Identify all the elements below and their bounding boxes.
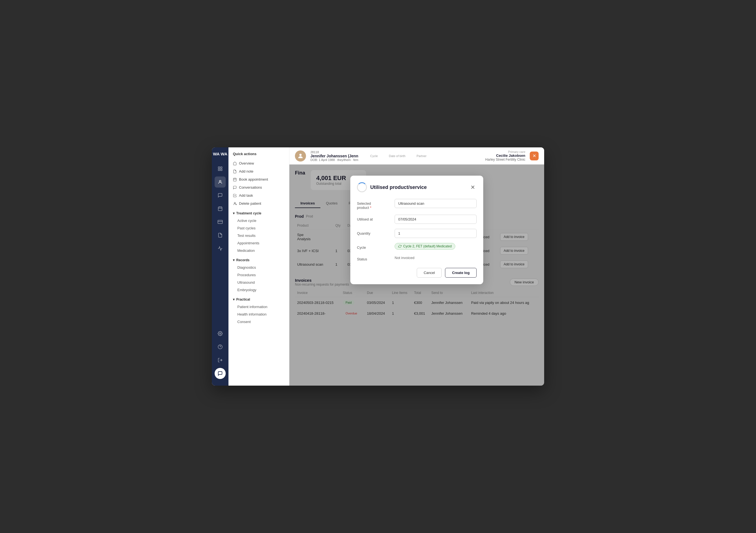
primary-care-clinic: Harley Street Fertility Clinic xyxy=(485,158,525,161)
close-patient-button[interactable]: ✕ xyxy=(530,152,539,160)
treatment-cycle-section: ▾ Treatment cycle Active cycle Past cycl… xyxy=(229,210,289,254)
sidebar-health-info[interactable]: Health information xyxy=(229,311,289,318)
primary-care-name: Cecilie Jakobsen xyxy=(485,154,525,158)
treatment-cycle-header[interactable]: ▾ Treatment cycle xyxy=(229,210,289,217)
svg-point-19 xyxy=(234,202,236,204)
practical-section: ▾ Practical Patient information Health i… xyxy=(229,296,289,325)
dob-col-label: Date of birth xyxy=(389,154,405,158)
practical-title: Practical xyxy=(236,297,250,301)
svg-point-22 xyxy=(299,154,302,156)
sidebar-patient-info[interactable]: Patient information xyxy=(229,303,289,311)
cycle-col-label: Cycle xyxy=(370,154,378,158)
patient-id: 28118 xyxy=(310,151,366,154)
svg-rect-2 xyxy=(218,169,220,170)
quantity-label: Quantity xyxy=(357,229,390,236)
patients-nav-icon[interactable] xyxy=(215,177,226,187)
delete-patient-label: Delete patient xyxy=(239,201,261,206)
overview-label: Overview xyxy=(239,161,254,165)
sidebar-medication[interactable]: Medication xyxy=(229,247,289,254)
loading-spinner-icon xyxy=(357,182,367,192)
modal-header: Utilised product/service ✕ xyxy=(357,182,476,192)
records-header[interactable]: ▾ Records xyxy=(229,257,289,264)
utilised-product-modal: Utilised product/service ✕ Selectedprodu… xyxy=(350,176,483,284)
sidebar-item-conversations[interactable]: Conversations xyxy=(229,183,289,191)
utilised-at-input[interactable] xyxy=(394,215,476,224)
sidebar: Quick actions Overview Add note Book app… xyxy=(229,147,289,386)
settings-nav-icon[interactable] xyxy=(215,328,226,339)
quick-actions-heading: Quick actions xyxy=(229,152,289,159)
conversations-label: Conversations xyxy=(239,185,262,189)
header-col-cycle: Cycle xyxy=(370,154,378,158)
cycle-icon xyxy=(398,245,401,248)
modal-overlay[interactable]: Utilised product/service ✕ Selectedprodu… xyxy=(289,165,544,386)
help-nav-icon[interactable] xyxy=(215,341,226,352)
modal-quantity-row: Quantity xyxy=(357,229,476,238)
status-label: Status xyxy=(357,255,390,261)
sidebar-consent[interactable]: Consent xyxy=(229,318,289,325)
chart-nav-icon[interactable] xyxy=(215,243,226,254)
selected-product-input[interactable] xyxy=(394,199,476,208)
cycle-value: Cycle 2, FET (default) Medicated xyxy=(403,244,452,248)
app-logo: WA WA xyxy=(213,152,227,156)
create-log-button[interactable]: Create log xyxy=(445,268,476,278)
utilised-at-label: Utilised at xyxy=(357,215,390,221)
card-nav-icon[interactable] xyxy=(215,216,226,227)
sidebar-test-results[interactable]: Test results xyxy=(229,232,289,239)
content-area: Fina 4,001 EUR Outstanding total Invoice… xyxy=(289,165,544,386)
logout-nav-icon[interactable] xyxy=(215,354,226,366)
sidebar-item-delete-patient[interactable]: Delete patient xyxy=(229,199,289,208)
modal-selected-product-row: Selectedproduct * xyxy=(357,199,476,210)
modal-close-button[interactable]: ✕ xyxy=(469,183,476,191)
cancel-button[interactable]: Cancel xyxy=(417,268,442,278)
sidebar-item-overview[interactable]: Overview xyxy=(229,159,289,167)
sidebar-ultrasound[interactable]: Ultrasound xyxy=(229,279,289,286)
patient-dob: DOB: 1 April 1988 · they/them · fem xyxy=(310,158,366,161)
sidebar-diagnostics[interactable]: Diagnostics xyxy=(229,264,289,271)
modal-cycle-row: Cycle Cycle 2, FET (default) Medicated xyxy=(357,243,476,250)
sidebar-item-add-task[interactable]: Add task xyxy=(229,191,289,199)
sidebar-embryology[interactable]: Embryology xyxy=(229,286,289,294)
modal-title: Utilised product/service xyxy=(370,184,466,190)
primary-care-info: Primary care Cecilie Jakobsen Harley Str… xyxy=(485,150,525,161)
patient-header: 28118 Jennifer Johanssen (Jenn DOB: 1 Ap… xyxy=(289,147,544,165)
patient-name: Jennifer Johanssen (Jenn xyxy=(310,154,366,158)
reports-nav-icon[interactable] xyxy=(215,230,226,241)
sidebar-item-book-appointment[interactable]: Book appointment xyxy=(229,175,289,183)
header-col-dob: Date of birth xyxy=(389,154,405,158)
patient-info: 28118 Jennifer Johanssen (Jenn DOB: 1 Ap… xyxy=(310,151,366,161)
chevron-down-icon: ▾ xyxy=(233,211,234,215)
svg-rect-3 xyxy=(221,169,222,170)
partner-col-label: Partner xyxy=(417,154,426,158)
messages-nav-icon[interactable] xyxy=(215,190,226,201)
main-content: 28118 Jennifer Johanssen (Jenn DOB: 1 Ap… xyxy=(289,147,544,386)
chat-button[interactable] xyxy=(215,368,226,379)
header-col-partner: Partner xyxy=(417,154,426,158)
quantity-input[interactable] xyxy=(394,229,476,238)
sidebar-active-cycle[interactable]: Active cycle xyxy=(229,217,289,224)
practical-header[interactable]: ▾ Practical xyxy=(229,296,289,303)
calendar-nav-icon[interactable] xyxy=(215,203,226,214)
svg-rect-15 xyxy=(233,178,236,181)
treatment-cycle-title: Treatment cycle xyxy=(236,211,261,215)
sidebar-item-add-note[interactable]: Add note xyxy=(229,167,289,175)
dashboard-nav-icon[interactable] xyxy=(215,163,226,174)
status-value: Not invoiced xyxy=(394,255,415,260)
records-section: ▾ Records Diagnostics Procedures Ultraso… xyxy=(229,257,289,294)
svg-rect-5 xyxy=(218,207,222,211)
modal-footer: Cancel Create log xyxy=(357,268,476,278)
sidebar-procedures[interactable]: Procedures xyxy=(229,271,289,279)
modal-status-row: Status Not invoiced xyxy=(357,255,476,261)
nav-bar: WA WA xyxy=(212,147,229,386)
svg-point-4 xyxy=(219,180,221,182)
svg-rect-0 xyxy=(218,167,220,168)
cycle-badge-container: Cycle 2, FET (default) Medicated xyxy=(394,243,455,250)
sidebar-past-cycles[interactable]: Past cycles xyxy=(229,224,289,232)
svg-rect-9 xyxy=(218,220,223,224)
selected-product-label: Selectedproduct * xyxy=(357,199,390,210)
svg-rect-1 xyxy=(221,167,222,168)
book-appointment-label: Book appointment xyxy=(239,177,268,182)
primary-care-label: Primary care xyxy=(485,150,525,154)
modal-utilised-at-row: Utilised at xyxy=(357,215,476,224)
sidebar-appointments[interactable]: Appointments xyxy=(229,239,289,247)
patient-avatar xyxy=(295,151,306,161)
